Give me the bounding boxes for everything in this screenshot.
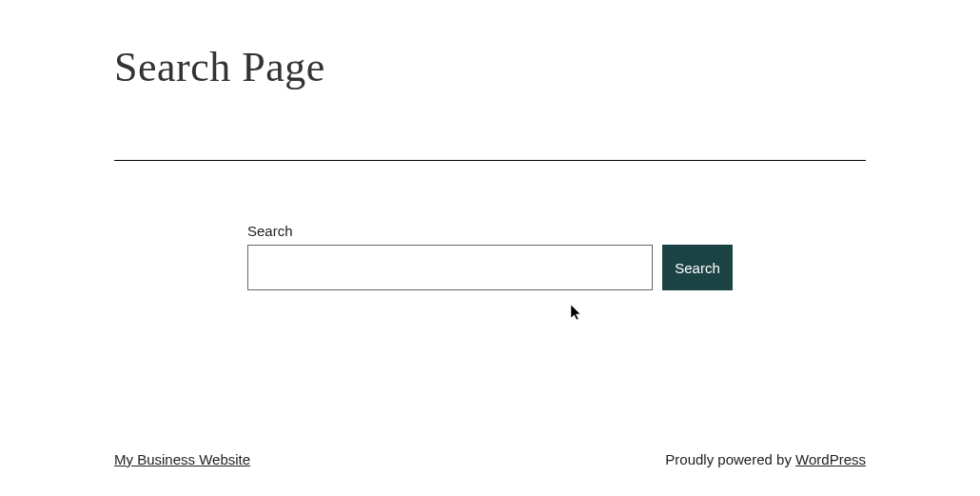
- divider: [114, 160, 866, 161]
- site-link[interactable]: My Business Website: [114, 451, 250, 467]
- page-title: Search Page: [114, 43, 866, 91]
- cursor-icon: [571, 305, 584, 322]
- search-row: Search: [247, 245, 733, 290]
- powered-by-prefix: Proudly powered by: [665, 451, 795, 467]
- footer: My Business Website Proudly powered by W…: [114, 451, 866, 467]
- wordpress-link[interactable]: WordPress: [795, 451, 866, 467]
- search-section: Search Search: [114, 223, 866, 290]
- footer-site-link-wrapper: My Business Website: [114, 451, 250, 467]
- search-input[interactable]: [247, 245, 653, 290]
- footer-powered-by: Proudly powered by WordPress: [665, 451, 866, 467]
- search-label: Search: [247, 223, 733, 239]
- search-button[interactable]: Search: [662, 245, 733, 290]
